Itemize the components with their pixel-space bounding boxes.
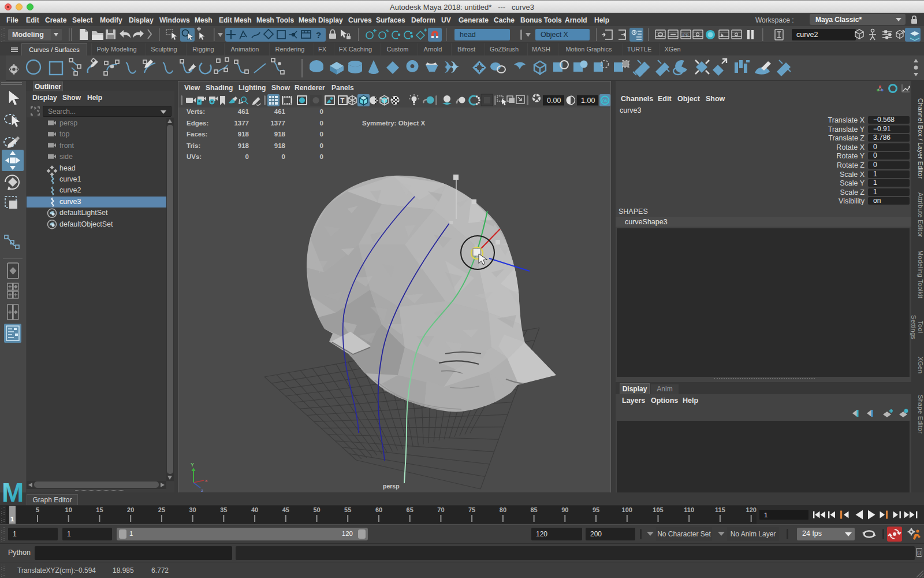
- svg-text:1: 1: [10, 516, 14, 523]
- svg-text:75: 75: [468, 506, 475, 513]
- svg-text:50: 50: [313, 506, 320, 513]
- svg-text:Tris:: Tris:: [187, 142, 200, 149]
- svg-text:461: 461: [274, 108, 286, 115]
- svg-text:1377: 1377: [234, 120, 249, 127]
- svg-text:0: 0: [320, 153, 323, 160]
- svg-text:Faces:: Faces:: [187, 131, 207, 138]
- svg-text:25: 25: [158, 506, 165, 513]
- svg-text:curve2: curve2: [796, 31, 818, 39]
- svg-text:persp: persp: [383, 483, 400, 490]
- svg-text:UVs:: UVs:: [187, 153, 202, 160]
- svg-text:55: 55: [344, 506, 351, 513]
- svg-text:ON: ON: [602, 99, 608, 103]
- svg-text:0: 0: [320, 131, 323, 138]
- svg-text:z: z: [201, 488, 203, 492]
- svg-text:80: 80: [500, 506, 506, 513]
- svg-text:M: M: [2, 477, 24, 504]
- svg-text:5: 5: [36, 506, 39, 513]
- svg-text:120: 120: [746, 506, 757, 513]
- svg-text:461: 461: [238, 108, 249, 115]
- svg-text:30: 30: [189, 506, 196, 513]
- svg-text:90: 90: [561, 506, 568, 513]
- svg-text:110: 110: [684, 506, 694, 513]
- svg-text:1.00: 1.00: [581, 97, 595, 105]
- svg-text:0: 0: [320, 108, 323, 115]
- svg-text:85: 85: [530, 506, 537, 513]
- svg-text:40: 40: [251, 506, 258, 513]
- svg-text:918: 918: [238, 131, 249, 138]
- svg-text:Edges:: Edges:: [187, 120, 208, 127]
- svg-text:115: 115: [715, 506, 725, 513]
- svg-text:head: head: [460, 31, 476, 39]
- svg-text:Modeling: Modeling: [12, 31, 44, 39]
- svg-text:70: 70: [437, 506, 444, 513]
- svg-text:T: T: [341, 97, 345, 104]
- svg-text:20: 20: [127, 506, 134, 513]
- svg-text:0: 0: [320, 120, 323, 127]
- svg-text:15: 15: [96, 506, 103, 513]
- svg-text:Verts:: Verts:: [187, 108, 205, 115]
- svg-text:918: 918: [274, 142, 286, 149]
- svg-text:95: 95: [593, 506, 599, 513]
- svg-text:Y: Y: [191, 462, 194, 468]
- svg-text:Symmetry: Object X: Symmetry: Object X: [362, 120, 426, 127]
- svg-text:?: ?: [316, 30, 321, 40]
- svg-text:0: 0: [320, 142, 323, 149]
- svg-text:100: 100: [622, 506, 632, 513]
- svg-text:10: 10: [65, 506, 72, 513]
- svg-text:60: 60: [375, 506, 382, 513]
- svg-text:1377: 1377: [270, 120, 285, 127]
- svg-text:1: 1: [764, 512, 767, 518]
- svg-text:918: 918: [274, 131, 286, 138]
- svg-text:918: 918: [238, 142, 249, 149]
- svg-text:45: 45: [282, 506, 289, 513]
- svg-text:Object X: Object X: [541, 31, 569, 39]
- svg-text:IPR: IPR: [683, 33, 689, 37]
- svg-text:0.00: 0.00: [547, 97, 561, 105]
- svg-text:65: 65: [407, 506, 413, 513]
- svg-text:105: 105: [653, 506, 663, 513]
- svg-text:0: 0: [282, 153, 285, 160]
- svg-text:x: x: [205, 478, 208, 483]
- svg-text:0: 0: [245, 153, 249, 160]
- svg-text:35: 35: [220, 506, 227, 513]
